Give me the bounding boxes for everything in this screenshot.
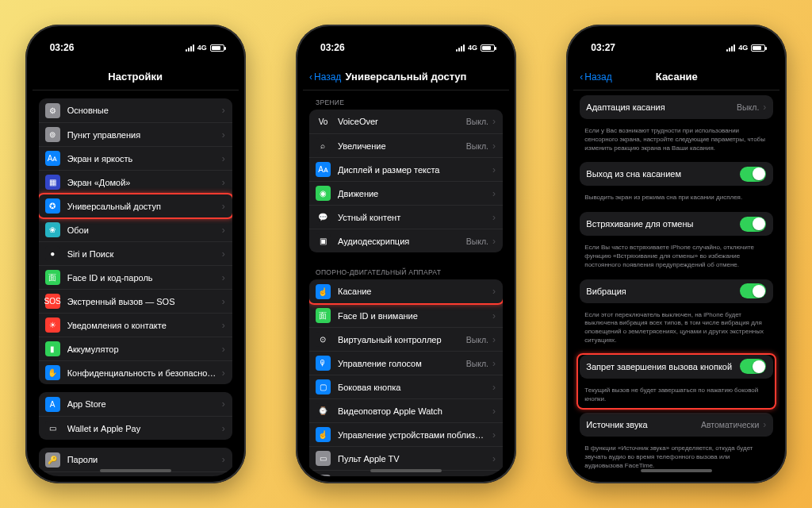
settings-row[interactable]: Запрет завершения вызова кнопкой bbox=[580, 355, 773, 379]
settings-row[interactable]: ☝Управление устройствами поблизости› bbox=[309, 422, 503, 446]
row-icon: ✪ bbox=[45, 198, 60, 214]
row-icon: ▢ bbox=[316, 379, 331, 394]
row-icon: ▭ bbox=[316, 451, 331, 466]
settings-row[interactable]: ⊚Пункт управления› bbox=[39, 122, 232, 146]
settings-row[interactable]: ❀Обои› bbox=[39, 217, 232, 241]
row-icon: ⌚ bbox=[316, 403, 331, 418]
settings-row[interactable]: ⾯Face ID и код-пароль› bbox=[39, 265, 232, 289]
row-icon: ⊙ bbox=[316, 332, 331, 347]
settings-row[interactable]: Выход из сна касанием bbox=[580, 162, 773, 186]
dynamic-island bbox=[104, 32, 167, 49]
row-icon: ⚙ bbox=[45, 103, 60, 118]
settings-row[interactable]: 🔑Пароли› bbox=[39, 448, 232, 471]
row-label: Экран «Домой» bbox=[67, 178, 218, 187]
settings-row[interactable]: ▦Экран «Домой»› bbox=[39, 170, 232, 194]
phone-mockup-2: 03:26 4G ‹ Назад Универсальный доступ ЗР… bbox=[296, 25, 516, 483]
content[interactable]: ⚙Основные› ⊚Пункт управления› AᴀЭкран и … bbox=[33, 90, 239, 476]
settings-row[interactable]: ✋Конфиденциальность и безопасность› bbox=[39, 360, 232, 384]
chevron-icon: › bbox=[492, 334, 496, 345]
back-button[interactable]: ‹ Назад bbox=[580, 71, 611, 83]
row-label: Обои bbox=[67, 225, 218, 235]
chevron-icon: › bbox=[222, 153, 225, 164]
row-icon: SOS bbox=[45, 294, 60, 309]
settings-row[interactable]: ⊙Виртуальный контроллерВыкл.› bbox=[309, 327, 503, 351]
row-label: Универсальный доступ bbox=[67, 202, 218, 211]
toggle[interactable] bbox=[740, 283, 766, 298]
row-label: Дисплей и размер текста bbox=[338, 165, 488, 175]
settings-row[interactable]: ▭Пульт Apple TV› bbox=[309, 446, 503, 470]
row-icon: ⌕ bbox=[316, 138, 331, 153]
chevron-icon: › bbox=[492, 212, 496, 223]
group-header: ЗРЕНИЕ bbox=[303, 90, 509, 110]
cellular-icon bbox=[186, 44, 194, 52]
back-button[interactable]: ‹ Назад bbox=[309, 71, 341, 83]
chevron-icon: › bbox=[222, 368, 225, 379]
settings-row[interactable]: ☀Уведомления о контакте› bbox=[39, 313, 232, 337]
row-icon: ⾯ bbox=[316, 308, 331, 323]
settings-row[interactable]: AᴀЭкран и яркость› bbox=[39, 146, 232, 170]
chevron-icon: › bbox=[492, 310, 496, 321]
settings-row[interactable]: ◉Движение› bbox=[309, 181, 503, 205]
network-label: 4G bbox=[468, 44, 477, 52]
settings-row[interactable]: Встряхивание для отмены bbox=[580, 212, 773, 236]
row-label: App Store bbox=[67, 399, 218, 409]
phone-mockup-1: 03:26 4G Настройки ⚙Основные› ⊚Пункт упр… bbox=[25, 25, 246, 483]
screen: 03:26 4G ‹ Назад Универсальный доступ ЗР… bbox=[303, 32, 509, 476]
settings-row[interactable]: SOSЭкстренный вызов — SOS› bbox=[39, 289, 232, 313]
row-label: Вибрация bbox=[586, 287, 740, 296]
toggle[interactable] bbox=[740, 167, 766, 182]
page-title: Универсальный доступ bbox=[346, 71, 467, 83]
settings-row[interactable]: Вибрация bbox=[580, 279, 773, 303]
row-label: Виртуальный контроллер bbox=[338, 335, 463, 344]
settings-row[interactable]: ⾯Face ID и внимание› bbox=[309, 303, 503, 327]
row-icon: ▦ bbox=[45, 175, 60, 190]
home-indicator[interactable] bbox=[370, 469, 442, 472]
row-detail: Выкл. bbox=[466, 237, 488, 246]
row-label: Конфиденциальность и безопасность bbox=[67, 368, 218, 378]
settings-row[interactable]: AᴀДисплей и размер текста› bbox=[309, 157, 503, 181]
row-icon: ☝ bbox=[316, 284, 331, 299]
settings-row[interactable]: ☝Касание› bbox=[309, 279, 503, 303]
settings-row[interactable]: ⌚Видеоповтор Apple Watch› bbox=[309, 398, 503, 422]
row-label: Увеличение bbox=[338, 141, 463, 151]
chevron-icon: › bbox=[763, 419, 766, 430]
content[interactable]: ЗРЕНИЕ VoVoiceOverВыкл.› ⌕УвеличениеВыкл… bbox=[303, 90, 509, 476]
settings-row[interactable]: ▮Аккумулятор› bbox=[39, 337, 232, 360]
settings-row[interactable]: ▢Боковая кнопка› bbox=[309, 375, 503, 398]
settings-row[interactable]: ▭Wallet и Apple Pay› bbox=[39, 416, 232, 440]
settings-group: VoVoiceOverВыкл.› ⌕УвеличениеВыкл.› AᴀДи… bbox=[309, 110, 503, 252]
content[interactable]: Адаптация касанияВыкл.› Если у Вас возни… bbox=[573, 90, 779, 476]
settings-row[interactable]: ⌕УвеличениеВыкл.› bbox=[309, 133, 503, 157]
row-label: Пароли bbox=[67, 455, 218, 464]
settings-row[interactable]: 💬Устный контент› bbox=[309, 205, 503, 229]
row-label: Управление устройствами поблизости bbox=[338, 430, 488, 440]
settings-group: Источник звукаАвтоматически› bbox=[580, 413, 773, 437]
row-detail: Выкл. bbox=[466, 117, 488, 126]
settings-row[interactable]: ●Siri и Поиск› bbox=[39, 241, 232, 265]
row-icon: ▭ bbox=[45, 421, 60, 436]
settings-row[interactable]: VoVoiceOverВыкл.› bbox=[309, 110, 503, 133]
network-label: 4G bbox=[738, 44, 748, 52]
toggle[interactable] bbox=[740, 217, 766, 232]
settings-group: ☝Касание› ⾯Face ID и внимание› ⊙Виртуаль… bbox=[309, 279, 503, 476]
row-icon: ☝ bbox=[316, 427, 331, 442]
settings-group: Выход из сна касанием bbox=[580, 162, 773, 186]
settings-row[interactable]: Адаптация касанияВыкл.› bbox=[580, 95, 773, 119]
settings-row[interactable]: ✪Универсальный доступ› bbox=[39, 194, 232, 217]
chevron-icon: › bbox=[222, 454, 225, 465]
settings-row[interactable]: 🎙Управление голосомВыкл.› bbox=[309, 351, 503, 375]
settings-row[interactable]: Источник звукаАвтоматически› bbox=[580, 413, 773, 437]
settings-group: Вибрация bbox=[580, 279, 773, 303]
home-indicator[interactable] bbox=[641, 469, 712, 472]
group-footer: Текущий вызов не будет завершаться по на… bbox=[573, 383, 779, 409]
row-icon: ⾯ bbox=[45, 270, 60, 285]
dynamic-island bbox=[645, 32, 708, 49]
toggle[interactable] bbox=[740, 359, 766, 374]
settings-group: Адаптация касанияВыкл.› bbox=[580, 95, 773, 119]
home-indicator[interactable] bbox=[100, 469, 171, 472]
settings-row[interactable]: AApp Store› bbox=[39, 392, 232, 416]
settings-row[interactable]: ⚙Основные› bbox=[39, 98, 232, 122]
settings-row[interactable]: ▣АудиодескрипцияВыкл.› bbox=[309, 229, 503, 252]
chevron-icon: › bbox=[222, 105, 225, 116]
row-label: Face ID и внимание bbox=[338, 311, 488, 321]
